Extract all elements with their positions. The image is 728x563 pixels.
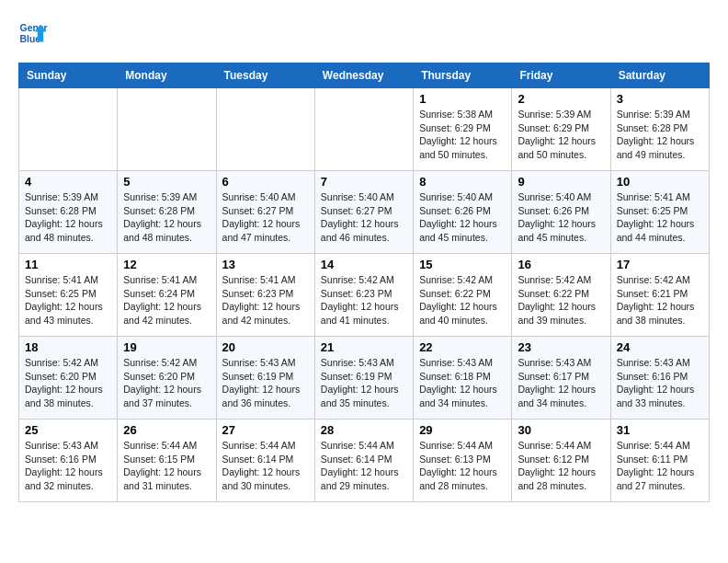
day-info: Sunrise: 5:44 AM Sunset: 6:15 PM Dayligh…: [123, 439, 210, 493]
calendar-cell: 9Sunrise: 5:40 AM Sunset: 6:26 PM Daylig…: [512, 171, 610, 254]
day-number: 9: [518, 175, 604, 189]
day-info: Sunrise: 5:44 AM Sunset: 6:13 PM Dayligh…: [419, 439, 506, 493]
calendar-cell: 12Sunrise: 5:41 AM Sunset: 6:24 PM Dayli…: [118, 254, 216, 337]
day-info: Sunrise: 5:43 AM Sunset: 6:17 PM Dayligh…: [518, 356, 604, 410]
day-info: Sunrise: 5:42 AM Sunset: 6:21 PM Dayligh…: [617, 273, 703, 327]
day-info: Sunrise: 5:39 AM Sunset: 6:28 PM Dayligh…: [123, 190, 210, 245]
day-info: Sunrise: 5:40 AM Sunset: 6:27 PM Dayligh…: [222, 190, 309, 245]
calendar-cell: 26Sunrise: 5:44 AM Sunset: 6:15 PM Dayli…: [118, 419, 216, 502]
day-info: Sunrise: 5:42 AM Sunset: 6:23 PM Dayligh…: [321, 273, 407, 327]
day-info: Sunrise: 5:43 AM Sunset: 6:19 PM Dayligh…: [222, 356, 309, 410]
calendar-cell: 10Sunrise: 5:41 AM Sunset: 6:25 PM Dayli…: [610, 171, 709, 254]
calendar-cell: 29Sunrise: 5:44 AM Sunset: 6:13 PM Dayli…: [414, 419, 512, 502]
day-number: 27: [222, 423, 309, 437]
day-number: 21: [321, 340, 407, 354]
calendar-cell: 21Sunrise: 5:43 AM Sunset: 6:19 PM Dayli…: [314, 337, 413, 419]
day-info: Sunrise: 5:41 AM Sunset: 6:24 PM Dayligh…: [123, 273, 210, 327]
weekday-header-sunday: Sunday: [19, 63, 118, 88]
calendar-cell: 3Sunrise: 5:39 AM Sunset: 6:28 PM Daylig…: [610, 88, 709, 171]
day-number: 17: [617, 258, 703, 271]
calendar-cell: 31Sunrise: 5:44 AM Sunset: 6:11 PM Dayli…: [610, 419, 709, 502]
calendar-cell: 20Sunrise: 5:43 AM Sunset: 6:19 PM Dayli…: [216, 337, 314, 419]
day-info: Sunrise: 5:44 AM Sunset: 6:12 PM Dayligh…: [518, 439, 604, 493]
day-number: 2: [518, 92, 604, 106]
day-number: 29: [419, 423, 506, 437]
day-info: Sunrise: 5:41 AM Sunset: 6:25 PM Dayligh…: [617, 190, 703, 245]
calendar-cell: 15Sunrise: 5:42 AM Sunset: 6:22 PM Dayli…: [414, 254, 512, 337]
day-number: 7: [321, 175, 407, 189]
calendar-cell: 22Sunrise: 5:43 AM Sunset: 6:18 PM Dayli…: [414, 337, 512, 419]
calendar-cell: [118, 88, 216, 171]
logo: General Blue: [18, 18, 51, 48]
calendar-cell: 18Sunrise: 5:42 AM Sunset: 6:20 PM Dayli…: [19, 337, 118, 419]
calendar-cell: 5Sunrise: 5:39 AM Sunset: 6:28 PM Daylig…: [118, 171, 216, 254]
calendar-cell: 14Sunrise: 5:42 AM Sunset: 6:23 PM Dayli…: [314, 254, 413, 337]
weekday-header-wednesday: Wednesday: [314, 63, 413, 88]
day-number: 18: [25, 340, 111, 354]
weekday-header-thursday: Thursday: [414, 63, 512, 88]
calendar-cell: 13Sunrise: 5:41 AM Sunset: 6:23 PM Dayli…: [216, 254, 314, 337]
day-number: 31: [617, 423, 703, 437]
day-info: Sunrise: 5:41 AM Sunset: 6:25 PM Dayligh…: [25, 273, 111, 327]
day-number: 11: [25, 258, 111, 271]
day-info: Sunrise: 5:42 AM Sunset: 6:22 PM Dayligh…: [518, 273, 604, 327]
day-number: 5: [123, 175, 210, 189]
calendar-cell: [216, 88, 314, 171]
day-number: 22: [419, 340, 506, 354]
calendar-cell: 2Sunrise: 5:39 AM Sunset: 6:29 PM Daylig…: [512, 88, 610, 171]
day-info: Sunrise: 5:40 AM Sunset: 6:26 PM Dayligh…: [518, 190, 604, 245]
calendar-table: SundayMondayTuesdayWednesdayThursdayFrid…: [18, 63, 710, 502]
calendar-cell: [19, 88, 118, 171]
day-info: Sunrise: 5:39 AM Sunset: 6:29 PM Dayligh…: [518, 108, 604, 162]
day-number: 26: [123, 423, 210, 437]
day-info: Sunrise: 5:43 AM Sunset: 6:19 PM Dayligh…: [321, 356, 407, 410]
calendar-cell: 25Sunrise: 5:43 AM Sunset: 6:16 PM Dayli…: [19, 419, 118, 502]
day-number: 1: [419, 92, 506, 106]
calendar-cell: 30Sunrise: 5:44 AM Sunset: 6:12 PM Dayli…: [512, 419, 610, 502]
calendar-cell: 17Sunrise: 5:42 AM Sunset: 6:21 PM Dayli…: [610, 254, 709, 337]
day-number: 30: [518, 423, 604, 437]
calendar-cell: 7Sunrise: 5:40 AM Sunset: 6:27 PM Daylig…: [314, 171, 413, 254]
day-number: 4: [25, 175, 111, 189]
calendar-cell: 27Sunrise: 5:44 AM Sunset: 6:14 PM Dayli…: [216, 419, 314, 502]
weekday-header-tuesday: Tuesday: [216, 63, 314, 88]
day-number: 25: [25, 423, 111, 437]
day-info: Sunrise: 5:44 AM Sunset: 6:14 PM Dayligh…: [321, 439, 407, 493]
calendar-cell: 23Sunrise: 5:43 AM Sunset: 6:17 PM Dayli…: [512, 337, 610, 419]
calendar-cell: 19Sunrise: 5:42 AM Sunset: 6:20 PM Dayli…: [118, 337, 216, 419]
day-number: 13: [222, 258, 309, 271]
day-info: Sunrise: 5:43 AM Sunset: 6:16 PM Dayligh…: [617, 356, 703, 410]
day-number: 28: [321, 423, 407, 437]
calendar-cell: 1Sunrise: 5:38 AM Sunset: 6:29 PM Daylig…: [414, 88, 512, 171]
day-number: 8: [419, 175, 506, 189]
day-info: Sunrise: 5:43 AM Sunset: 6:16 PM Dayligh…: [25, 439, 111, 493]
day-number: 24: [617, 340, 703, 354]
day-number: 16: [518, 258, 604, 271]
weekday-header-monday: Monday: [118, 63, 216, 88]
calendar-cell: 8Sunrise: 5:40 AM Sunset: 6:26 PM Daylig…: [414, 171, 512, 254]
calendar-cell: 24Sunrise: 5:43 AM Sunset: 6:16 PM Dayli…: [610, 337, 709, 419]
day-info: Sunrise: 5:43 AM Sunset: 6:18 PM Dayligh…: [419, 356, 506, 410]
header: General Blue: [18, 18, 710, 48]
day-number: 20: [222, 340, 309, 354]
calendar-cell: 4Sunrise: 5:39 AM Sunset: 6:28 PM Daylig…: [19, 171, 118, 254]
calendar-cell: 11Sunrise: 5:41 AM Sunset: 6:25 PM Dayli…: [19, 254, 118, 337]
day-info: Sunrise: 5:38 AM Sunset: 6:29 PM Dayligh…: [419, 108, 506, 162]
day-number: 6: [222, 175, 309, 189]
day-info: Sunrise: 5:42 AM Sunset: 6:20 PM Dayligh…: [123, 356, 210, 410]
day-info: Sunrise: 5:41 AM Sunset: 6:23 PM Dayligh…: [222, 273, 309, 327]
day-info: Sunrise: 5:39 AM Sunset: 6:28 PM Dayligh…: [25, 190, 111, 245]
day-number: 14: [321, 258, 407, 271]
day-info: Sunrise: 5:40 AM Sunset: 6:27 PM Dayligh…: [321, 190, 407, 245]
calendar-cell: 16Sunrise: 5:42 AM Sunset: 6:22 PM Dayli…: [512, 254, 610, 337]
day-number: 10: [617, 175, 703, 189]
day-info: Sunrise: 5:39 AM Sunset: 6:28 PM Dayligh…: [617, 108, 703, 162]
day-info: Sunrise: 5:44 AM Sunset: 6:11 PM Dayligh…: [617, 439, 703, 493]
day-info: Sunrise: 5:42 AM Sunset: 6:20 PM Dayligh…: [25, 356, 111, 410]
calendar-cell: [314, 88, 413, 171]
weekday-header-friday: Friday: [512, 63, 610, 88]
day-number: 3: [617, 92, 703, 106]
day-number: 19: [123, 340, 210, 354]
day-info: Sunrise: 5:40 AM Sunset: 6:26 PM Dayligh…: [419, 190, 506, 245]
calendar-cell: 6Sunrise: 5:40 AM Sunset: 6:27 PM Daylig…: [216, 171, 314, 254]
